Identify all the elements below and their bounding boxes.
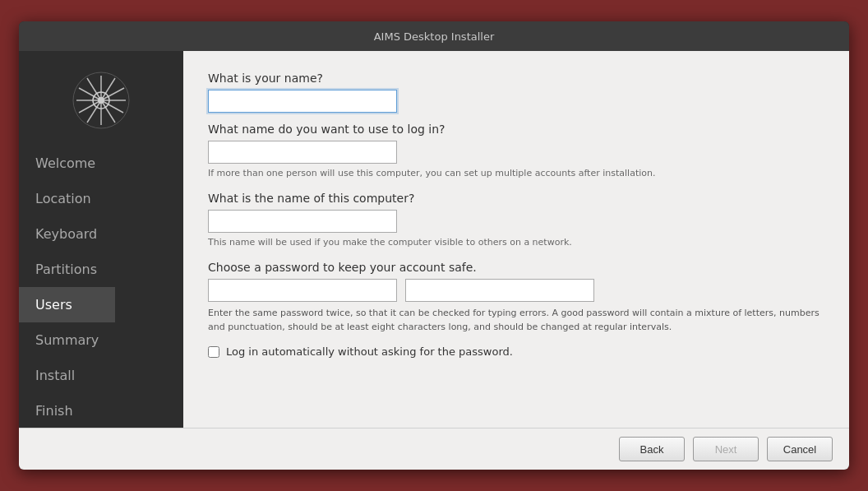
- sidebar-item-summary[interactable]: Summary: [19, 322, 115, 358]
- login-label: What name do you want to use to log in?: [208, 123, 824, 136]
- sidebar-item-finish[interactable]: Finish: [19, 393, 115, 428]
- main-panel: What is your name? What name do you want…: [183, 51, 849, 428]
- svg-point-14: [98, 97, 104, 104]
- content-area: WelcomeLocationKeyboardPartitionsUsersSu…: [19, 51, 849, 428]
- multiple-accounts-hint: If more than one person will use this co…: [208, 168, 824, 178]
- aims-logo: [72, 72, 130, 129]
- computer-hint: This name will be used if you make the c…: [208, 237, 824, 248]
- password-hint: Enter the same password twice, so that i…: [208, 307, 824, 334]
- password-input[interactable]: [208, 279, 397, 302]
- password-label: Choose a password to keep your account s…: [208, 261, 824, 274]
- titlebar: AIMS Desktop Installer: [19, 21, 849, 51]
- computer-input[interactable]: [208, 210, 397, 233]
- nav-list: WelcomeLocationKeyboardPartitionsUsersSu…: [19, 146, 115, 428]
- sidebar-item-keyboard[interactable]: Keyboard: [19, 216, 115, 252]
- login-input[interactable]: [208, 141, 397, 164]
- name-input[interactable]: [208, 90, 397, 113]
- sidebar-item-location[interactable]: Location: [19, 181, 115, 216]
- installer-window: AIMS Desktop Installer: [19, 21, 849, 470]
- autologin-checkbox[interactable]: [208, 346, 219, 358]
- name-label: What is your name?: [208, 72, 824, 85]
- sidebar-item-welcome[interactable]: Welcome: [19, 146, 115, 181]
- password-confirm-input[interactable]: [405, 279, 594, 302]
- sidebar-item-partitions[interactable]: Partitions: [19, 252, 115, 287]
- next-button[interactable]: Next: [693, 437, 759, 461]
- cancel-button[interactable]: Cancel: [767, 437, 833, 461]
- back-button[interactable]: Back: [619, 437, 685, 461]
- autologin-row: Log in automatically without asking for …: [208, 345, 824, 358]
- autologin-label: Log in automatically without asking for …: [226, 345, 513, 358]
- sidebar: WelcomeLocationKeyboardPartitionsUsersSu…: [19, 51, 183, 428]
- sidebar-item-install[interactable]: Install: [19, 358, 115, 393]
- window-title: AIMS Desktop Installer: [374, 30, 495, 43]
- sidebar-item-users[interactable]: Users: [19, 287, 115, 322]
- password-row: [208, 279, 824, 302]
- computer-label: What is the name of this computer?: [208, 192, 824, 205]
- logo-area: [19, 59, 183, 146]
- bottom-bar: Back Next Cancel: [19, 428, 849, 470]
